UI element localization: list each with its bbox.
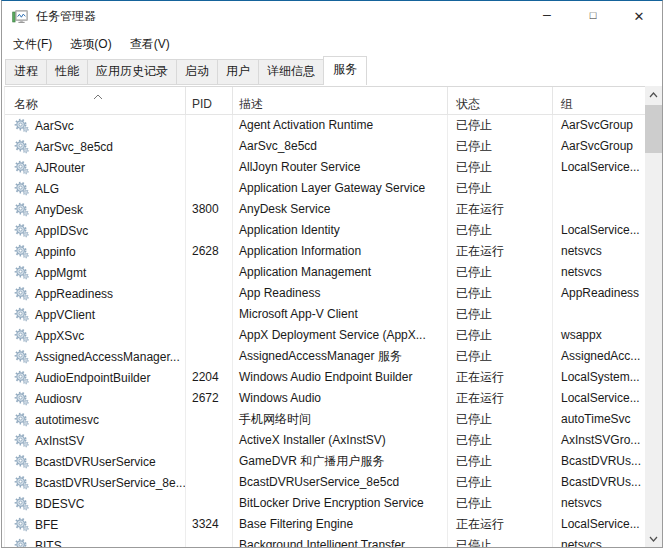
service-group-cell: LocalService... (553, 220, 648, 241)
service-status-cell: 已停止 (448, 220, 553, 241)
table-row[interactable]: Appinfo2628Application Information正在运行ne… (5, 241, 648, 262)
column-header-3[interactable]: 状态 (448, 87, 553, 114)
table-row[interactable]: AppVClientMicrosoft App-V Client已停止 (5, 304, 648, 325)
service-group-cell: autoTimeSvc (553, 409, 648, 430)
tab-6-active[interactable]: 服务 (323, 56, 367, 85)
service-pid-cell (186, 283, 233, 304)
menu-item-1[interactable]: 选项(O) (61, 33, 120, 56)
service-name-cell: BFE (5, 514, 186, 535)
service-status-cell: 正在运行 (448, 514, 553, 535)
service-status-cell: 正在运行 (448, 199, 553, 220)
table-row[interactable]: AssignedAccessManager...AssignedAccessMa… (5, 346, 648, 367)
column-header-2[interactable]: 描述 (233, 87, 448, 114)
service-name: AJRouter (35, 158, 85, 178)
table-row[interactable]: BDESVCBitLocker Drive Encryption Service… (5, 493, 648, 514)
vertical-scrollbar[interactable] (645, 86, 662, 547)
service-group-cell: BcastDVRUs... (553, 472, 648, 493)
service-status-cell: 已停止 (448, 115, 553, 136)
table-row[interactable]: BITSBackground Intelligent Transfer...已停… (5, 535, 648, 547)
service-name-cell: AppXSvc (5, 325, 186, 346)
window-title: 任务管理器 (36, 8, 96, 25)
service-gear-icon (14, 307, 29, 322)
service-description-cell: AssignedAccessManager 服务 (233, 346, 448, 367)
service-status-cell: 已停止 (448, 346, 553, 367)
service-gear-icon (14, 139, 29, 154)
service-name-cell: AxInstSV (5, 430, 186, 451)
service-gear-icon (14, 349, 29, 364)
task-manager-app-icon (12, 9, 28, 25)
close-button[interactable]: ✕ (616, 1, 662, 31)
service-name-cell: AnyDesk (5, 199, 186, 220)
table-row[interactable]: Audiosrv2672Windows Audio正在运行LocalServic… (5, 388, 648, 409)
services-table: 名称PID描述状态组 AarSvcAgent Activation Runtim… (4, 86, 648, 547)
service-name: BITS (35, 536, 62, 548)
service-description-cell: Application Information (233, 241, 448, 262)
service-name-cell: Appinfo (5, 241, 186, 262)
service-status-cell: 正在运行 (448, 388, 553, 409)
column-header-1[interactable]: PID (186, 87, 233, 114)
table-row[interactable]: AarSvcAgent Activation Runtime已停止AarSvcG… (5, 115, 648, 136)
table-row[interactable]: AppIDSvcApplication Identity已停止LocalServ… (5, 220, 648, 241)
service-description-cell: ActiveX Installer (AxInstSV) (233, 430, 448, 451)
tab-2[interactable]: 应用历史记录 (87, 59, 177, 85)
tab-1[interactable]: 性能 (46, 59, 88, 85)
scroll-up-icon[interactable] (645, 86, 662, 103)
scrollbar-thumb[interactable] (645, 105, 662, 153)
tab-0[interactable]: 进程 (5, 59, 47, 85)
service-group-cell (553, 178, 648, 199)
service-description-cell: Microsoft App-V Client (233, 304, 448, 325)
service-group-cell: LocalSystem... (553, 367, 648, 388)
table-row[interactable]: AarSvc_8e5cdAarSvc_8e5cd已停止AarSvcGroup (5, 136, 648, 157)
service-description-cell: GameDVR 和广播用户服务 (233, 451, 448, 472)
service-name-cell: AppIDSvc (5, 220, 186, 241)
table-row[interactable]: AJRouterAllJoyn Router Service已停止LocalSe… (5, 157, 648, 178)
table-row[interactable]: BcastDVRUserService_8e...BcastDVRUserSer… (5, 472, 648, 493)
service-name-cell: AJRouter (5, 157, 186, 178)
service-gear-icon (14, 496, 29, 511)
service-name-cell: BcastDVRUserService (5, 451, 186, 472)
service-group-cell: netsvcs (553, 262, 648, 283)
service-status-cell: 已停止 (448, 136, 553, 157)
tab-strip: 进程性能应用历史记录启动用户详细信息服务 (2, 56, 662, 85)
service-table-body: AarSvcAgent Activation Runtime已停止AarSvcG… (5, 115, 648, 547)
service-pid-cell (186, 304, 233, 325)
table-row[interactable]: AppMgmtApplication Management已停止netsvcs (5, 262, 648, 283)
service-name: AppIDSvc (35, 221, 88, 241)
table-row[interactable]: AppReadinessApp Readiness已停止AppReadiness (5, 283, 648, 304)
scroll-down-icon[interactable] (645, 530, 662, 547)
table-row[interactable]: BFE3324Base Filtering Engine正在运行LocalSer… (5, 514, 648, 535)
tab-5[interactable]: 详细信息 (258, 59, 324, 85)
service-name: BDESVC (35, 494, 84, 514)
service-name: Appinfo (35, 242, 76, 262)
column-header-0[interactable]: 名称 (5, 87, 186, 114)
tab-3[interactable]: 启动 (176, 59, 218, 85)
service-name-cell: AarSvc (5, 115, 186, 136)
column-header-4[interactable]: 组 (553, 87, 648, 114)
menu-item-2[interactable]: 查看(V) (121, 33, 179, 56)
table-row[interactable]: AppXSvcAppX Deployment Service (AppX...已… (5, 325, 648, 346)
table-row[interactable]: autotimesvc手机网络时间已停止autoTimeSvc (5, 409, 648, 430)
service-name-cell: Audiosrv (5, 388, 186, 409)
minimize-button[interactable]: – (524, 1, 570, 31)
service-pid-cell: 2672 (186, 388, 233, 409)
service-gear-icon (14, 370, 29, 385)
service-group-cell: LocalService... (553, 157, 648, 178)
service-description-cell: Base Filtering Engine (233, 514, 448, 535)
service-status-cell: 已停止 (448, 430, 553, 451)
service-name-cell: BcastDVRUserService_8e... (5, 472, 186, 493)
table-row[interactable]: AxInstSVActiveX Installer (AxInstSV)已停止A… (5, 430, 648, 451)
menu-item-0[interactable]: 文件(F) (4, 33, 61, 56)
maximize-button[interactable]: □ (570, 1, 616, 31)
service-description-cell: Application Layer Gateway Service (233, 178, 448, 199)
service-name-cell: AppVClient (5, 304, 186, 325)
table-row[interactable]: AudioEndpointBuilder2204Windows Audio En… (5, 367, 648, 388)
service-status-cell: 已停止 (448, 472, 553, 493)
service-group-cell: LocalService... (553, 388, 648, 409)
service-description-cell: BitLocker Drive Encryption Service (233, 493, 448, 514)
table-row[interactable]: AnyDesk3800AnyDesk Service正在运行 (5, 199, 648, 220)
service-description-cell: 手机网络时间 (233, 409, 448, 430)
table-row[interactable]: ALGApplication Layer Gateway Service已停止 (5, 178, 648, 199)
service-name-cell: AssignedAccessManager... (5, 346, 186, 367)
tab-4[interactable]: 用户 (217, 59, 259, 85)
table-row[interactable]: BcastDVRUserServiceGameDVR 和广播用户服务已停止Bca… (5, 451, 648, 472)
